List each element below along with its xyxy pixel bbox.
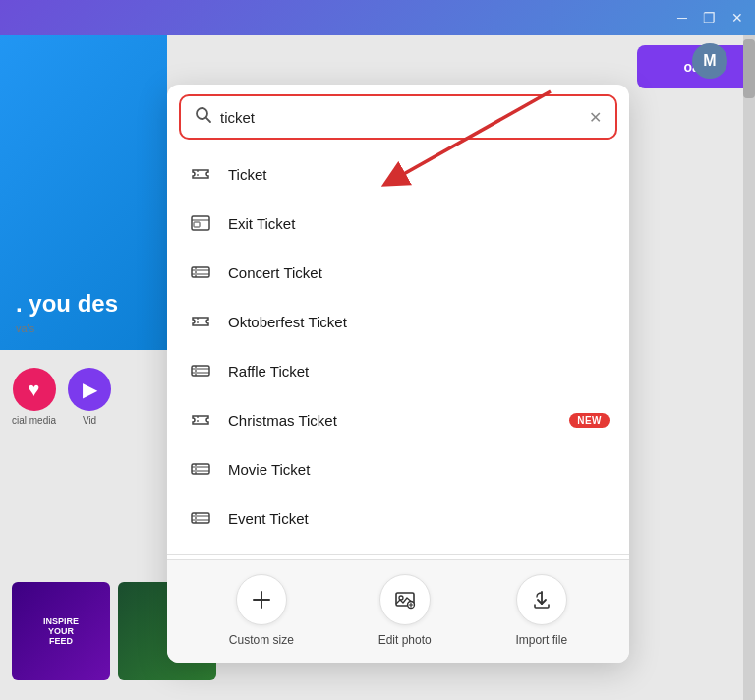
bg-icon-play: ▶: [68, 368, 111, 411]
svg-line-1: [206, 118, 210, 122]
svg-rect-11: [192, 366, 209, 376]
edit-photo-icon: [379, 574, 431, 625]
search-clear-button[interactable]: ✕: [589, 108, 602, 127]
result-ticket-label: Ticket: [228, 166, 266, 183]
search-icon: [195, 106, 212, 128]
oktoberfest-ticket-icon: [187, 308, 214, 335]
event-ticket-icon: [187, 504, 214, 532]
custom-size-icon: [236, 574, 287, 625]
scrollbar-thumb[interactable]: [743, 39, 755, 98]
minimize-button[interactable]: ─: [677, 10, 687, 26]
bg-icon-social-label: cial media: [12, 415, 56, 426]
result-event-ticket[interactable]: Event Ticket: [167, 494, 629, 543]
actions-divider: [167, 554, 629, 555]
restore-button[interactable]: ❐: [703, 10, 716, 26]
result-oktoberfest-ticket-label: Oktoberfest Ticket: [228, 314, 347, 330]
import-file-action[interactable]: Import file: [515, 574, 567, 647]
edit-photo-action[interactable]: Edit photo: [378, 574, 432, 647]
result-event-ticket-label: Event Ticket: [228, 510, 309, 527]
bg-icon-video: ▶ Vid: [68, 368, 111, 426]
bg-blue-text: . you des: [16, 290, 151, 319]
concert-ticket-icon: [187, 259, 214, 286]
svg-rect-3: [192, 216, 209, 230]
svg-point-27: [399, 596, 403, 600]
movie-ticket-icon: [187, 455, 214, 483]
result-concert-ticket[interactable]: Concert Ticket: [167, 248, 629, 297]
bg-icon-heart: ♥: [13, 368, 56, 411]
svg-rect-6: [192, 267, 209, 277]
result-exit-ticket[interactable]: Exit Ticket: [167, 199, 629, 248]
title-bar: ─ ❐ ✕: [0, 0, 755, 35]
svg-rect-5: [194, 222, 200, 227]
result-raffle-ticket[interactable]: Raffle Ticket: [167, 346, 629, 395]
christmas-ticket-icon: [187, 406, 214, 434]
bg-icon-social: ♥ cial media: [12, 368, 56, 426]
result-oktoberfest-ticket[interactable]: Oktoberfest Ticket: [167, 297, 629, 346]
scrollbar[interactable]: [743, 35, 755, 700]
result-christmas-ticket-label: Christmas Ticket: [228, 412, 337, 429]
result-raffle-ticket-label: Raffle Ticket: [228, 363, 309, 379]
result-exit-ticket-label: Exit Ticket: [228, 215, 295, 232]
exit-ticket-icon: [187, 209, 214, 237]
bg-gray-label: va's: [16, 322, 151, 334]
search-bar[interactable]: ticket ✕: [179, 94, 617, 140]
bg-thumb-inspire: INSPIREYOURFEED: [12, 582, 110, 680]
main-area: . you des va's oad ♥ cial media ▶ Vid IN…: [0, 35, 755, 700]
search-query[interactable]: ticket: [220, 109, 581, 126]
results-list: Ticket Exit Ticket: [167, 146, 629, 551]
custom-size-action[interactable]: Custom size: [229, 574, 294, 647]
blue-panel: . you des va's: [0, 35, 167, 350]
bottom-actions: Custom size Edit photo: [167, 559, 629, 663]
result-christmas-ticket[interactable]: Christmas Ticket NEW: [167, 395, 629, 444]
edit-photo-label: Edit photo: [378, 633, 432, 647]
result-concert-ticket-label: Concert Ticket: [228, 264, 322, 281]
svg-rect-16: [192, 464, 209, 474]
result-movie-ticket[interactable]: Movie Ticket: [167, 444, 629, 494]
import-file-icon: [516, 574, 567, 625]
result-ticket[interactable]: Ticket: [167, 149, 629, 199]
bg-icons-row: ♥ cial media ▶ Vid: [0, 360, 123, 434]
avatar[interactable]: M: [692, 43, 727, 79]
result-movie-ticket-label: Movie Ticket: [228, 461, 310, 478]
custom-size-label: Custom size: [229, 633, 294, 647]
close-button[interactable]: ✕: [731, 10, 743, 26]
new-badge: NEW: [569, 413, 610, 428]
raffle-ticket-icon: [187, 357, 214, 384]
svg-rect-20: [192, 513, 209, 523]
ticket-icon: [187, 160, 214, 188]
search-dropdown: ticket ✕ Ticket: [167, 85, 629, 663]
import-file-label: Import file: [515, 633, 567, 647]
bg-icon-video-label: Vid: [83, 415, 96, 426]
